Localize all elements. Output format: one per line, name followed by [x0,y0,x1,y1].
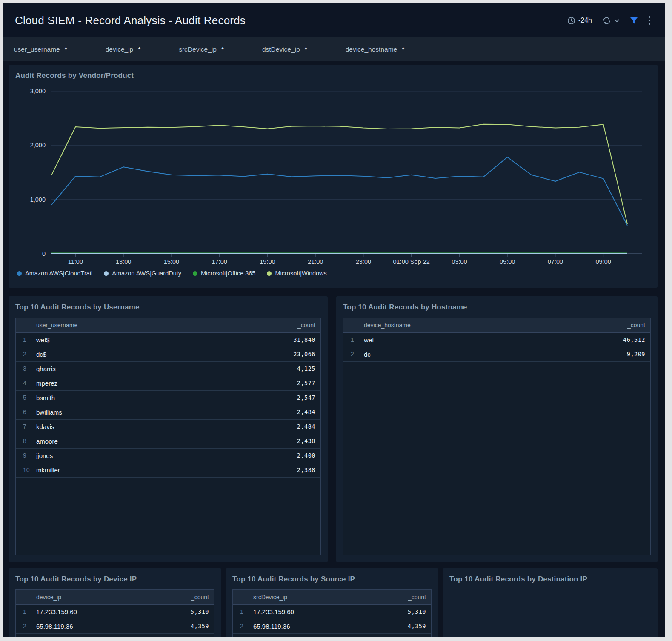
table-row[interactable]: 3142.167.140.237 [233,633,431,637]
vendor-product-line-chart[interactable]: 3,0002,0001,000011:0013:0015:0017:0019:0… [15,82,651,265]
legend-item[interactable]: Amazon AWS|GuardDuty [104,270,181,277]
count-cell: 5,310 [180,604,214,619]
refresh-control[interactable] [602,16,620,25]
column-header-rank[interactable] [16,318,36,332]
filter-item: device_ip* [106,42,168,57]
column-header-device_hostname[interactable]: device_hostname [364,318,613,332]
table-row[interactable]: 9jjones2,400 [16,448,320,463]
table-row[interactable]: 6bwilliams2,484 [16,405,320,419]
value-cell: dc$ [36,347,283,361]
column-header-user_username[interactable]: user_username [36,318,283,332]
y-axis-label: 3,000 [30,88,46,94]
filter-bar: user_username*device_ip*srcDevice_ip*dst… [3,37,665,61]
hostname-table: device_hostname_count1wef46,5122dc9,209 [343,318,650,362]
table-row[interactable]: 8amoore2,430 [16,434,320,448]
rank-cell: 1 [16,332,36,347]
column-header-rank[interactable] [233,590,253,604]
legend-dot [104,271,109,276]
table-row[interactable]: 265.98.119.364,359 [16,619,214,633]
legend-dot [193,271,197,276]
filter-label: srcDevice_ip [179,42,217,53]
count-cell: 31,840 [283,332,320,347]
ip-tables-row: Top 10 Audit Records by Device IP device… [9,568,658,637]
filter-input[interactable]: * [137,42,168,57]
table-row[interactable]: 3142.167.140.237 [16,633,214,637]
legend-label: Amazon AWS|GuardDuty [112,270,181,277]
x-axis-label: 11:00 [68,258,83,265]
count-cell: 4,125 [283,361,320,376]
table-row[interactable]: 265.98.119.364,359 [233,619,431,633]
filter-input[interactable]: * [401,42,432,57]
column-header-_count[interactable]: _count [283,318,320,332]
count-cell: 2,430 [283,434,320,448]
rank-cell: 1 [233,604,253,619]
x-axis-label: 21:00 [308,258,323,265]
table-row[interactable]: 4mperez2,577 [16,376,320,390]
filter-input[interactable]: * [220,42,251,57]
table-row[interactable]: 1wef46,512 [343,332,650,347]
dashboard-header: Cloud SIEM - Record Analysis - Audit Rec… [3,3,665,37]
value-cell: 65.98.119.36 [253,619,397,633]
filter-toggle[interactable] [630,17,638,24]
username-table: user_username_count1wef$31,8402dc$23,066… [16,318,320,478]
rank-cell: 9 [16,448,36,463]
time-range-control[interactable]: -24h [567,17,592,25]
panel-title: Top 10 Audit Records by Device IP [15,575,214,584]
column-header-rank[interactable] [16,590,36,604]
x-axis-label: 01:00 Sep 22 [393,258,429,265]
panel-title: Top 10 Audit Records by Source IP [232,575,432,584]
destination-ip-panel: Top 10 Audit Records by Destination IP [443,568,658,637]
filter-label: device_ip [106,42,134,53]
rank-cell: 8 [16,434,36,448]
column-header-srcDevice_ip[interactable]: srcDevice_ip [253,590,397,604]
rank-cell: 10 [16,463,36,477]
filter-label: device_hostname [346,42,397,53]
device-ip-table-wrap: device_ip_count117.233.159.605,310265.98… [15,589,214,637]
table-row[interactable]: 2dc9,209 [343,347,650,361]
column-header-device_ip[interactable]: device_ip [36,590,180,604]
y-axis-label: 1,000 [30,196,46,203]
refresh-icon [602,16,611,25]
legend-item[interactable]: Microsoft|Windows [267,270,326,277]
value-cell: wef$ [36,332,283,347]
filter-input[interactable]: * [304,42,335,57]
table-row[interactable]: 10mkmiller2,388 [16,463,320,477]
table-row[interactable]: 117.233.159.605,310 [233,604,431,619]
legend-label: Amazon AWS|CloudTrail [25,270,92,277]
x-axis-label: 05:00 [500,258,515,265]
legend-item[interactable]: Amazon AWS|CloudTrail [17,270,92,277]
column-header-rank[interactable] [343,318,364,332]
value-cell: 65.98.119.36 [36,619,180,633]
value-cell: 17.233.159.60 [253,604,397,619]
filter-input[interactable]: * [64,42,94,57]
panel-title: Top 10 Audit Records by Destination IP [449,575,651,584]
x-axis-label: 15:00 [164,258,179,265]
series-line[interactable] [51,157,627,226]
count-cell [180,633,214,637]
panel-title: Audit Records by Vendor/Product [15,72,651,80]
value-cell: 17.233.159.60 [36,604,180,619]
count-cell: 2,484 [283,419,320,434]
column-header-_count[interactable]: _count [180,590,214,604]
table-row[interactable]: 3gharris4,125 [16,361,320,376]
kebab-menu-icon[interactable] [648,16,651,25]
column-header-_count[interactable]: _count [613,318,650,332]
source_ip-table: srcDevice_ip_count117.233.159.605,310265… [233,590,431,637]
table-row[interactable]: 117.233.159.605,310 [16,604,214,619]
count-cell: 4,359 [397,619,431,633]
legend-label: Microsoft|Windows [275,270,326,277]
rank-cell: 1 [343,332,364,347]
x-axis-label: 17:00 [212,258,227,265]
table-row[interactable]: 7kdavis2,484 [16,419,320,434]
hostname-table-wrap: device_hostname_count1wef46,5122dc9,209 [343,318,651,555]
series-line[interactable] [51,124,627,224]
table-row[interactable]: 2dc$23,066 [16,347,320,361]
table-row[interactable]: 1wef$31,840 [16,332,320,347]
value-cell: 142.167.140.237 [36,633,180,637]
column-header-_count[interactable]: _count [397,590,431,604]
table-row[interactable]: 5bsmith2,547 [16,390,320,405]
legend-item[interactable]: Microsoft|Office 365 [193,270,255,277]
value-cell: mperez [36,376,283,390]
filter-label: dstDevice_ip [262,42,300,53]
y-axis-label: 0 [42,250,46,257]
